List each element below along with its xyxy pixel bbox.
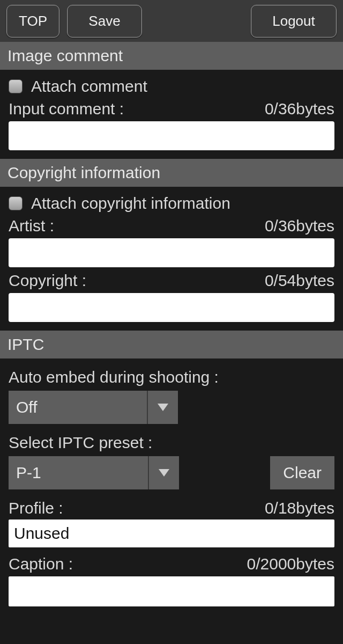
artist-label: Artist : [9,217,54,235]
input-comment-field[interactable] [9,121,334,150]
artist-field[interactable] [9,238,334,267]
auto-embed-label: Auto embed during shooting : [9,368,334,386]
clear-button[interactable]: Clear [270,456,334,489]
attach-comment-label: Attach comment [31,77,147,96]
section-header-iptc: IPTC [0,331,343,358]
input-comment-counter: 0/36bytes [265,100,334,118]
profile-field[interactable] [9,519,334,547]
chevron-down-icon [148,391,178,424]
attach-comment-checkbox[interactable] [9,79,23,93]
section-image-comment: Attach comment Input comment : 0/36bytes [0,70,343,159]
chevron-down-icon [149,456,179,489]
toolbar: TOP Save Logout [0,0,343,42]
section-header-copyright: Copyright information [0,159,343,187]
caption-counter: 0/2000bytes [247,555,334,573]
logout-button[interactable]: Logout [251,5,337,38]
select-preset-label: Select IPTC preset : [9,434,334,452]
copyright-counter: 0/54bytes [265,272,334,290]
attach-copyright-label: Attach copyright information [31,194,230,213]
profile-label: Profile : [9,499,63,517]
section-iptc: Auto embed during shooting : Off Select … [0,358,343,615]
top-button[interactable]: TOP [6,5,59,38]
auto-embed-select[interactable]: Off [9,391,178,424]
input-comment-label: Input comment : [9,100,124,118]
iptc-preset-value: P-1 [9,456,149,489]
iptc-preset-select[interactable]: P-1 [9,456,179,489]
caption-field[interactable] [9,576,334,606]
copyright-field[interactable] [9,293,334,322]
attach-copyright-checkbox[interactable] [9,196,23,210]
save-button[interactable]: Save [67,5,142,38]
caption-label: Caption : [9,555,73,573]
section-copyright: Attach copyright information Artist : 0/… [0,187,343,331]
copyright-label: Copyright : [9,272,86,290]
section-header-image-comment: Image comment [0,42,343,70]
auto-embed-value: Off [9,391,148,424]
profile-counter: 0/18bytes [265,499,334,517]
artist-counter: 0/36bytes [265,217,334,235]
